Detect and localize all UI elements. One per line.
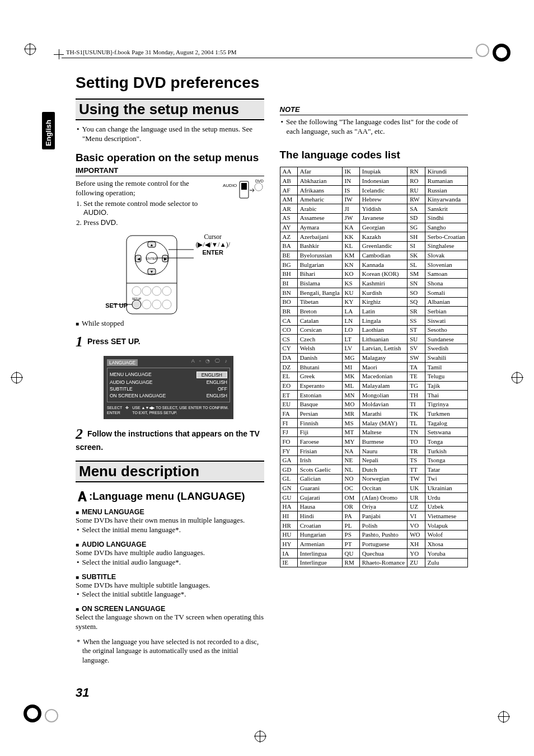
lang-code: SI <box>407 241 425 251</box>
lang-code: CS <box>280 335 297 344</box>
corner-ring <box>45 709 58 722</box>
lang-code: LT <box>342 335 359 344</box>
registration-mark <box>255 731 266 742</box>
lang-code: SQ <box>407 297 425 307</box>
lang-name: Somali <box>425 288 467 298</box>
lang-code: LO <box>342 325 359 335</box>
lang-name: Rumanian <box>425 176 467 186</box>
lang-name: Laothian <box>359 325 407 335</box>
lang-code: SA <box>407 204 425 214</box>
table-row: AZAzerbaijaniKKKazakhSHSerbo-Croatian <box>280 232 468 242</box>
lang-name: Kirghiz <box>359 297 407 307</box>
lang-code: IK <box>342 167 359 176</box>
lang-code: JW <box>342 213 359 223</box>
lang-code: FO <box>280 437 297 447</box>
lang-name: Kazakh <box>359 232 407 242</box>
lang-code: TG <box>407 381 425 391</box>
lang-code: FA <box>280 409 297 419</box>
table-row: BOTibetanKYKirghizSQAlbanian <box>280 297 468 307</box>
lang-name: Afar <box>297 167 342 176</box>
table-row: ELGreekMKMacedonianTETelugu <box>280 372 468 381</box>
setting-desc: Some DVDs have their own menus in multip… <box>76 516 264 525</box>
lang-code: TR <box>407 447 425 456</box>
lang-code: XH <box>407 539 425 549</box>
lang-code: QU <box>342 549 359 558</box>
table-row: ETEstonianMNMongolianTHThai <box>280 391 468 400</box>
lang-code: RM <box>342 558 359 567</box>
lang-name: Tajik <box>425 381 467 391</box>
lang-name: Vietnamese <box>425 511 467 521</box>
lang-name: Irish <box>297 456 342 465</box>
lang-code: TI <box>407 400 425 409</box>
table-row: AFAfrikaansISIcelandicRURussian <box>280 186 468 195</box>
osd-row: MENU LANGUAGEENGLISH <box>110 372 227 378</box>
remote-illustration: ENTER ▲ ▼ ◀ ▶ <box>105 233 234 327</box>
lang-name: Bengali, Bangla <box>297 288 342 298</box>
lang-code: SH <box>407 232 425 242</box>
lang-code: SL <box>407 260 425 270</box>
lang-name: Malay (MAY) <box>359 419 407 428</box>
osd-row: AUDIO LANGUAGEENGLISH <box>110 379 227 385</box>
lang-name: Kashmiri <box>359 279 407 288</box>
page-title: Setting DVD preferences <box>76 74 264 92</box>
lang-name: Icelandic <box>359 186 407 195</box>
lang-name: Serbian <box>425 307 467 316</box>
lang-code: SW <box>407 353 425 363</box>
header-rule <box>62 58 472 59</box>
table-row: FJFijiMTMalteseTNSetswana <box>280 428 468 437</box>
header-note: TH-S1[USUNUB]-f.book Page 31 Monday, Aug… <box>66 49 237 55</box>
registration-mark <box>512 372 523 383</box>
lang-name: Albanian <box>425 297 467 307</box>
lang-name: Volapuk <box>425 521 467 530</box>
lang-code: NA <box>342 447 359 456</box>
osd-foot-left: SELECT ENTER <box>107 406 122 416</box>
callout-cursor-sym: (▶/◀/▼/▲)/ <box>196 241 230 248</box>
callout-cursor: Cursor <box>204 233 222 240</box>
lang-name: Sindhi <box>425 213 467 223</box>
table-row: AAAfarIKInupiakRNKirundi <box>280 167 468 176</box>
lang-name: Lithuanian <box>359 335 407 344</box>
lang-code: PA <box>342 511 359 521</box>
lang-code: HA <box>280 502 297 511</box>
osd-title: LANGUAGE <box>107 359 138 366</box>
corner-ring <box>24 705 41 722</box>
lang-code: DA <box>280 353 297 363</box>
lang-name: Dutch <box>359 465 407 475</box>
lang-code: SK <box>407 251 425 260</box>
registration-mark <box>25 44 36 55</box>
lang-code: IW <box>342 195 359 204</box>
lang-name: Lingala <box>359 316 407 326</box>
lang-code: IN <box>342 176 359 186</box>
table-row: BABashkirKLGreenlandicSISinghalese <box>280 241 468 251</box>
lang-name: Malayalam <box>359 381 407 391</box>
note-label: NOTE <box>280 105 469 115</box>
lang-name: Kinyarwanda <box>425 195 467 204</box>
lang-code: KN <box>342 260 359 270</box>
lang-name: Burmese <box>359 437 407 447</box>
lang-name: Abkhazian <box>297 176 342 186</box>
osd-mock: A ▫ ◔ 🖵 ♪ LANGUAGE MENU LANGUAGEENGLISHA… <box>104 356 233 419</box>
lang-name: Kirundi <box>425 167 467 176</box>
lang-name: Korean (KOR) <box>359 269 407 279</box>
svg-point-21 <box>142 287 151 295</box>
lang-name: Frisian <box>297 447 342 456</box>
lang-code: UZ <box>407 502 425 511</box>
important-steps: Set the remote control mode selector to … <box>76 199 264 227</box>
footnote: When the language you have selected is n… <box>82 637 264 665</box>
step-text: Set the remote control mode selector to <box>83 199 198 208</box>
lang-code: EO <box>280 381 297 391</box>
callout-setup: SET UP <box>105 302 128 309</box>
table-row: BHBihariKOKorean (KOR)SMSamoan <box>280 269 468 279</box>
table-row: HAHausaOROriyaUZUzbek <box>280 502 468 511</box>
table-row: BRBretonLALatinSRSerbian <box>280 307 468 316</box>
table-row: IAInterlinguaQUQuechuaYOYoruba <box>280 549 468 558</box>
lang-name: Bihari <box>297 269 342 279</box>
lang-name: Esperanto <box>297 381 342 391</box>
right-column: NOTE See the following "The language cod… <box>280 74 469 706</box>
lang-name: Galician <box>297 474 342 483</box>
lang-code: GD <box>280 465 297 475</box>
lang-code: NO <box>342 474 359 483</box>
lang-name: Norwegian <box>359 474 407 483</box>
lang-code: AR <box>280 204 297 214</box>
lang-code: TE <box>407 372 425 381</box>
